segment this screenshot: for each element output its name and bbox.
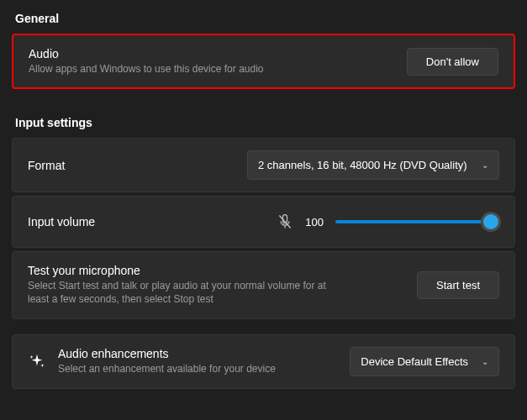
enhancements-value: Device Default Effects (361, 355, 468, 368)
input-settings-header: Input settings (15, 116, 512, 129)
audio-subtitle: Allow apps and Windows to use this devic… (29, 62, 264, 76)
format-dropdown[interactable]: 2 channels, 16 bit, 48000 Hz (DVD Qualit… (247, 150, 499, 180)
audio-text: Audio Allow apps and Windows to use this… (29, 47, 264, 76)
volume-value: 100 (305, 216, 324, 228)
audio-title: Audio (29, 47, 264, 60)
slider-track (335, 220, 499, 223)
test-microphone-card: Test your microphone Select Start test a… (12, 251, 515, 318)
format-label: Format (28, 159, 65, 172)
input-volume-card: Input volume 100 (12, 196, 515, 248)
format-card: Format 2 channels, 16 bit, 48000 Hz (DVD… (12, 138, 515, 192)
volume-slider[interactable] (335, 215, 499, 228)
format-value: 2 channels, 16 bit, 48000 Hz (DVD Qualit… (258, 159, 467, 171)
microphone-muted-icon[interactable] (277, 213, 293, 230)
input-volume-label: Input volume (28, 215, 95, 228)
test-text: Test your microphone Select Start test a… (28, 264, 330, 306)
audio-enhancements-card[interactable]: Audio enhancements Select an enhancement… (12, 334, 515, 389)
sparkle-icon (28, 352, 46, 370)
enhancements-lead: Audio enhancements Select an enhancement… (28, 347, 276, 375)
test-subtitle: Select Start test and talk or play audio… (28, 279, 330, 306)
enhancements-title: Audio enhancements (58, 347, 276, 360)
chevron-down-icon: ⌄ (482, 357, 488, 366)
slider-thumb[interactable] (481, 212, 501, 232)
enhancements-subtitle: Select an enhancement available for your… (58, 362, 276, 375)
volume-controls: 100 (277, 213, 499, 230)
enhancements-dropdown[interactable]: Device Default Effects ⌄ (350, 347, 499, 376)
general-header: General (15, 12, 512, 25)
start-test-button[interactable]: Start test (417, 271, 499, 299)
chevron-down-icon: ⌄ (482, 160, 488, 170)
dont-allow-button[interactable]: Don't allow (407, 48, 498, 76)
enhancements-text: Audio enhancements Select an enhancement… (58, 347, 276, 375)
test-title: Test your microphone (28, 264, 330, 277)
audio-permission-card: Audio Allow apps and Windows to use this… (12, 34, 515, 89)
